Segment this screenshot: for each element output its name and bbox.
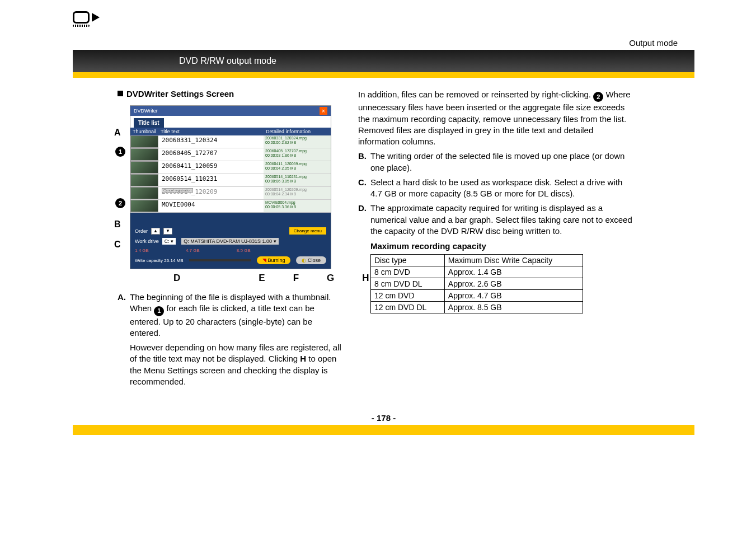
thumbnail-icon[interactable] — [130, 200, 158, 212]
thumbnail-icon[interactable] — [130, 135, 158, 148]
callout-1: 1 — [115, 147, 125, 157]
title-text-cell[interactable]: 20060411_120059 — [158, 161, 264, 174]
table-row[interactable]: 20060514_110231 20060514_110231.mpg00:00… — [130, 174, 331, 187]
detail-cell: 20060331_120324.mpg00:00:06 2.82 MB — [264, 135, 331, 148]
title-text-cell[interactable]: 20060514_110231 — [158, 174, 264, 186]
tab-title-list[interactable]: Title list — [134, 118, 164, 128]
page: Output mode DVD R/RW output mode DVDWrit… — [73, 38, 694, 534]
footer-yellow-band — [73, 425, 694, 435]
right-column: In addition, files can be removed or rei… — [358, 89, 638, 391]
table-row[interactable]: 20060411_120059 20060411_120059.mpg00:00… — [130, 161, 331, 174]
detail-cell: MOVIE0004.mpg00:00:05 3.36 MB — [264, 200, 331, 212]
yellow-band — [73, 72, 694, 78]
work-drive-label: Work drive — [135, 238, 159, 244]
inline-1-icon: 1 — [154, 306, 164, 316]
drive-path-select[interactable]: Q: MATSHITA DVD-RAM UJ-831S 1.00 ▾ — [181, 238, 278, 245]
title-text-cell[interactable]: 20060331_120324 — [158, 135, 264, 148]
change-menu-button[interactable]: Change menu — [289, 227, 326, 235]
dvdwriter-window: DVDWriter × Title list Thumbnail Title t… — [130, 105, 331, 269]
order-label: Order — [135, 228, 148, 234]
write-capacity-text: Write capacity 26.14 MB — [135, 258, 184, 263]
page-number: - 178 - — [73, 413, 694, 423]
thumbnail-icon[interactable] — [130, 174, 158, 186]
controls-panel: Order ▲ ▼ Change menu Work drive C: ▾ Q:… — [130, 223, 331, 269]
table-row[interactable]: 20060405_172707 20060405_172707.mpg00:00… — [130, 148, 331, 161]
detail-cell: 20060514_120209.mpg00:00:04 2.34 MB — [264, 187, 331, 199]
table-header: Thumbnail Title text Detailed informatio… — [130, 128, 331, 135]
inline-2-icon: 2 — [593, 92, 603, 102]
capacity-table: Disc typeMaximum Disc Write Capacity 8 c… — [370, 254, 583, 313]
detail-cell: 20060514_110231.mpg00:00:06 3.05 MB — [264, 174, 331, 186]
table-row: 12 cm DVD DLApprox. 8.5 GB — [371, 302, 583, 313]
table-row: 8 cm DVD DLApprox. 2.6 GB — [371, 278, 583, 290]
capacity-meter — [189, 259, 251, 261]
table-row[interactable]: 20060331_120324 20060331_120324.mpg00:00… — [130, 135, 331, 148]
left-body: A. The beginning of the file is displaye… — [118, 292, 341, 387]
title-text-cell[interactable]: Cancel registration20060514_120209 — [158, 187, 264, 199]
title-text-cell[interactable]: MOVIE0004 — [158, 200, 264, 212]
callout-a: A — [114, 128, 121, 138]
order-down-button[interactable]: ▼ — [163, 228, 172, 235]
table-row[interactable]: MOVIE0004 MOVIE0004.mpg00:00:05 3.36 MB — [130, 200, 331, 213]
title-text-cell[interactable]: 20060405_172707 — [158, 148, 264, 161]
burning-button[interactable]: ◥ Burning — [257, 256, 291, 264]
detail-cell: 20060411_120059.mpg00:00:04 2.05 MB — [264, 161, 331, 174]
camera-icon — [73, 11, 100, 27]
table-row: 12 cm DVDApprox. 4.7 GB — [371, 290, 583, 302]
callout-b: B — [114, 219, 121, 229]
table-row[interactable]: Cancel registration20060514_120209 20060… — [130, 187, 331, 200]
window-titlebar: DVDWriter × — [130, 106, 331, 116]
header-banner: DVD R/RW output mode — [73, 50, 694, 72]
section-heading: DVDWriter Settings Screen — [118, 89, 341, 99]
close-button[interactable]: ◐ Close — [296, 256, 326, 264]
banner-text: DVD R/RW output mode — [173, 56, 276, 66]
bottom-callouts: D E F G H — [173, 273, 341, 284]
callout-2: 2 — [115, 198, 125, 208]
thumbnail-icon[interactable] — [130, 148, 158, 161]
thumbnail-icon[interactable] — [130, 187, 158, 199]
close-icon[interactable]: × — [320, 107, 327, 115]
max-capacity-heading: Maximum recording capacity — [358, 241, 632, 251]
output-mode-label: Output mode — [73, 38, 694, 48]
detail-cell: 20060405_172707.mpg00:00:03 1.86 MB — [264, 148, 331, 161]
order-up-button[interactable]: ▲ — [151, 228, 160, 235]
callout-c: C — [114, 240, 121, 250]
thumbnail-icon[interactable] — [130, 161, 158, 174]
drive-letter-select[interactable]: C: ▾ — [162, 238, 176, 245]
table-row: 8 cm DVDApprox. 1.4 GB — [371, 266, 583, 278]
